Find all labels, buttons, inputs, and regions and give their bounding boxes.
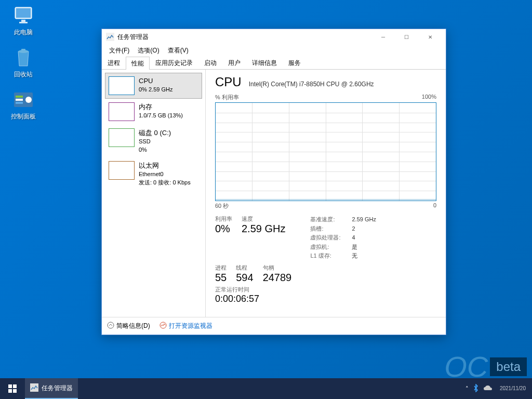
tab-details[interactable]: 详细信息 bbox=[246, 56, 283, 69]
kv-val: 4 bbox=[352, 233, 355, 243]
ethernet-thumb-icon bbox=[109, 161, 135, 180]
svg-rect-17 bbox=[13, 389, 17, 393]
sidebar-title: 内存 bbox=[139, 102, 183, 112]
maximize-button[interactable]: ☐ bbox=[395, 29, 418, 45]
stat-value: 594 bbox=[236, 272, 253, 284]
resource-monitor-link[interactable]: 打开资源监视器 bbox=[159, 322, 212, 330]
kv-key: 虚拟机: bbox=[310, 243, 352, 252]
memory-thumb-icon bbox=[109, 102, 135, 121]
kv-val: 2.59 GHz bbox=[352, 215, 376, 224]
sidebar-item-disk[interactable]: 磁盘 0 (C:) SSD 0% bbox=[105, 125, 202, 157]
tray-datetime[interactable]: 2021/11/20 bbox=[497, 385, 529, 392]
chart-ymax: 100% bbox=[422, 94, 436, 101]
svg-point-12 bbox=[108, 322, 114, 328]
minimize-button[interactable]: ─ bbox=[371, 29, 395, 45]
svg-rect-1 bbox=[16, 8, 31, 18]
disk-thumb-icon bbox=[109, 128, 135, 147]
sidebar-item-cpu[interactable]: CPU 0% 2.59 GHz bbox=[105, 73, 202, 99]
menu-view[interactable]: 查看(V) bbox=[164, 45, 193, 56]
stat-processes: 进程 55 bbox=[215, 264, 227, 284]
sidebar-item-memory[interactable]: 内存 1.0/7.5 GB (13%) bbox=[105, 99, 202, 125]
sidebar-info: 以太网 Ethernet0 发送: 0 接收: 0 Kbps bbox=[139, 161, 191, 187]
sidebar-item-ethernet[interactable]: 以太网 Ethernet0 发送: 0 接收: 0 Kbps bbox=[105, 157, 202, 190]
onedrive-icon[interactable] bbox=[483, 385, 493, 392]
kv-val: 无 bbox=[352, 251, 357, 261]
brief-info-link[interactable]: 简略信息(D) bbox=[107, 322, 150, 330]
sidebar-title: 以太网 bbox=[139, 161, 191, 170]
sidebar-title: 磁盘 0 (C:) bbox=[139, 128, 171, 138]
monitor-icon bbox=[159, 322, 167, 330]
chart-line bbox=[216, 199, 436, 200]
stats-row-1: 利用率 0% 速度 2.59 GHz 基准速度:2.59 GHz 插槽:2 虚拟… bbox=[215, 215, 436, 261]
tab-startup[interactable]: 启动 bbox=[198, 56, 222, 69]
close-button[interactable]: ✕ bbox=[418, 29, 442, 45]
desktop-icon-label: 此电脑 bbox=[14, 28, 33, 37]
window-footer: 简略信息(D) 打开资源监视器 bbox=[102, 317, 446, 335]
resource-monitor-label: 打开资源监视器 bbox=[169, 322, 212, 330]
sidebar-sub: SSD 0% bbox=[139, 138, 171, 154]
taskbar-app-label: 任务管理器 bbox=[42, 384, 73, 393]
kv-key: 基准速度: bbox=[310, 215, 352, 224]
svg-rect-8 bbox=[16, 99, 23, 101]
stat-utilization: 利用率 0% bbox=[215, 215, 232, 261]
chart-grid bbox=[216, 103, 436, 201]
cpu-thumb-icon bbox=[109, 76, 135, 95]
sidebar-info: CPU 0% 2.59 GHz bbox=[139, 76, 172, 95]
cpu-utilization-chart[interactable] bbox=[215, 102, 436, 201]
chart-bottom-labels: 60 秒 0 bbox=[215, 202, 436, 210]
content-area: CPU 0% 2.59 GHz 内存 1.0/7.5 GB (13%) 磁盘 0… bbox=[102, 70, 446, 317]
desktop-icon-control-panel[interactable]: 控制面板 bbox=[5, 89, 42, 121]
taskbar-app-task-manager[interactable]: 任务管理器 bbox=[25, 378, 78, 399]
trash-icon bbox=[13, 47, 34, 68]
menu-options[interactable]: 选项(O) bbox=[134, 45, 163, 56]
desktop-icon-label: 回收站 bbox=[14, 70, 33, 79]
stat-label: 进程 bbox=[215, 264, 227, 272]
task-manager-window: 任务管理器 ─ ☐ ✕ 文件(F) 选项(O) 查看(V) 进程 性能 应用历史… bbox=[101, 29, 446, 335]
desktop-icon-recycle-bin[interactable]: 回收站 bbox=[5, 47, 42, 79]
stat-value: 55 bbox=[215, 272, 227, 284]
desktop-icon-label: 控制面板 bbox=[11, 112, 36, 121]
panel-icon bbox=[13, 89, 34, 110]
brief-info-label: 简略信息(D) bbox=[116, 322, 150, 330]
kv-key: 插槽: bbox=[310, 224, 352, 234]
system-tray: ˄ 2021/11/20 bbox=[462, 384, 532, 393]
performance-sidebar: CPU 0% 2.59 GHz 内存 1.0/7.5 GB (13%) 磁盘 0… bbox=[102, 70, 206, 317]
stat-speed: 速度 2.59 GHz bbox=[242, 215, 285, 261]
svg-rect-7 bbox=[16, 96, 23, 98]
stats-row-2: 进程 55 线程 594 句柄 24789 bbox=[215, 264, 436, 284]
main-title: CPU bbox=[215, 75, 242, 89]
chart-top-labels: % 利用率 100% bbox=[215, 94, 436, 101]
tab-users[interactable]: 用户 bbox=[222, 56, 246, 69]
stat-label: 利用率 bbox=[215, 215, 232, 223]
watermark-beta: beta bbox=[490, 357, 527, 376]
stat-value: 24789 bbox=[263, 272, 292, 284]
stat-label: 线程 bbox=[236, 264, 253, 272]
sidebar-info: 内存 1.0/7.5 GB (13%) bbox=[139, 102, 183, 121]
window-controls: ─ ☐ ✕ bbox=[371, 29, 442, 45]
window-title: 任务管理器 bbox=[117, 33, 371, 42]
bluetooth-icon[interactable] bbox=[473, 384, 479, 393]
main-header: CPU Intel(R) Core(TM) i7-8850H CPU @ 2.6… bbox=[215, 75, 436, 89]
tab-services[interactable]: 服务 bbox=[283, 56, 307, 69]
monitor-icon bbox=[13, 5, 34, 26]
tab-app-history[interactable]: 应用历史记录 bbox=[150, 56, 198, 69]
start-button[interactable] bbox=[0, 378, 25, 399]
tab-bar: 进程 性能 应用历史记录 启动 用户 详细信息 服务 bbox=[102, 56, 446, 70]
stat-value: 0% bbox=[215, 223, 232, 235]
tray-chevron-icon[interactable]: ˄ bbox=[466, 385, 469, 392]
titlebar[interactable]: 任务管理器 ─ ☐ ✕ bbox=[102, 29, 446, 45]
stat-label: 句柄 bbox=[263, 264, 292, 272]
main-panel: CPU Intel(R) Core(TM) i7-8850H CPU @ 2.6… bbox=[206, 70, 446, 317]
tab-processes[interactable]: 进程 bbox=[102, 56, 126, 69]
sidebar-sub: 1.0/7.5 GB (13%) bbox=[139, 112, 183, 119]
sidebar-sub: Ethernet0 发送: 0 接收: 0 Kbps bbox=[139, 170, 191, 187]
sidebar-sub: 0% 2.59 GHz bbox=[139, 86, 172, 94]
chart-xmin: 0 bbox=[433, 202, 436, 210]
svg-rect-14 bbox=[8, 384, 12, 388]
svg-rect-9 bbox=[16, 102, 23, 104]
cpu-model: Intel(R) Core(TM) i7-8850H CPU @ 2.60GHz bbox=[249, 81, 374, 88]
tab-performance[interactable]: 性能 bbox=[126, 57, 150, 70]
menu-file[interactable]: 文件(F) bbox=[105, 45, 134, 56]
sidebar-title: CPU bbox=[139, 76, 172, 86]
desktop-icon-this-pc[interactable]: 此电脑 bbox=[5, 5, 42, 37]
